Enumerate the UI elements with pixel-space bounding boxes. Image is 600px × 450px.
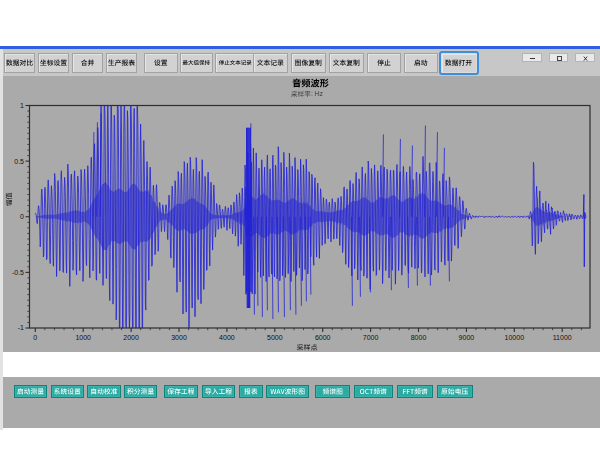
svg-text:: Hz: : Hz	[311, 90, 324, 97]
